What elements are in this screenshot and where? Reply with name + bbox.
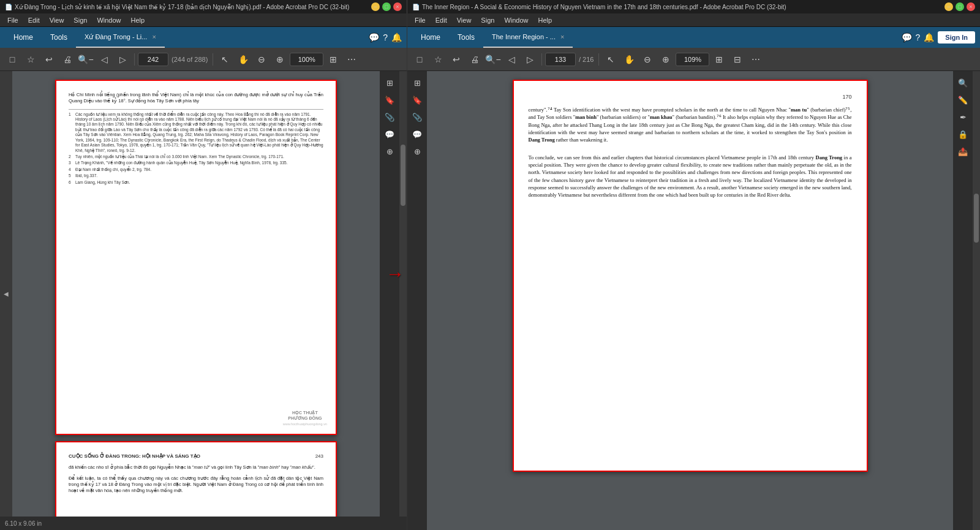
watermark: HỌC THUẬTPHƯƠNG ĐÔNG www.hocthuatphuongd… [283,410,327,426]
right-toolbar-sep-1 [541,53,542,66]
left-pdf-pane: 📄 Xứ Đàng Trong - Lịch sử kinh tế xã hội… [0,0,407,530]
right-tab-doc[interactable]: The Inner Region - ... × [483,27,573,48]
left-toolbar: □ ☆ ↩ 🖨 🔍− ◁ ▷ (244 of 288) ↖ ✋ ⊖ ⊕ ⊞ ⋯ [0,48,407,71]
left-bookmark-btn[interactable]: ☆ [22,51,39,68]
right-left-sidebar: ⊞ 🔖 📎 💬 ⊕ [407,71,427,530]
right-more-btn[interactable]: ⋯ [747,51,764,68]
left-sidebar-attach-btn[interactable]: 📎 [382,109,398,125]
right-menu-view[interactable]: View [452,15,477,25]
left-titlebar: 📄 Xứ Đàng Trong - Lịch sử kinh tế xã hội… [0,0,407,13]
right-sidebar-layers-btn[interactable]: ⊕ [409,143,425,159]
right-bookmark-btn[interactable]: ☆ [429,51,447,68]
right-sign-btn[interactable]: ✒ [955,109,971,125]
left-comment-icon[interactable]: 💬 [369,32,379,42]
right-zoom-minus-btn[interactable]: ⊖ [639,51,656,68]
left-page-display: (244 of 288) [172,56,208,63]
left-next-page-btn[interactable]: ▷ [114,51,131,68]
left-menu-help[interactable]: Help [126,15,150,25]
right-sidebar-comment-btn[interactable]: 💬 [409,126,425,142]
left-cursor-btn[interactable]: ↖ [216,51,233,68]
right-sidebar-pages-btn[interactable]: ⊞ [409,75,425,91]
left-page-input[interactable] [138,53,168,66]
right-nav-tools[interactable]: Tools [449,27,483,48]
right-cursor-btn[interactable]: ↖ [602,51,619,68]
left-page2-body: đã khiến các nho sĩ ở phía bắc thời đó g… [69,464,323,471]
right-back-btn[interactable]: ↩ [448,51,465,68]
right-sidebar-attach-btn[interactable]: 📎 [409,109,425,125]
left-hand-btn[interactable]: ✋ [235,51,252,68]
left-menu-view[interactable]: View [45,15,69,25]
left-menu-window[interactable]: Window [92,15,126,25]
right-scrollbar[interactable] [973,71,980,530]
right-minimize-btn[interactable]: − [944,2,953,11]
right-scrollbar-thumb[interactable] [974,194,979,243]
left-close-btn[interactable]: × [393,2,402,11]
left-zoom-out-btn[interactable]: 🔍− [77,51,94,68]
left-menu-file[interactable]: File [2,15,23,25]
left-sidebar-pages-btn[interactable]: ⊞ [382,75,398,91]
left-pdf-scroll[interactable]: Hồ Chí Minh nổi tiếng (phần trong lãnh t… [12,71,380,517]
right-hand-btn[interactable]: ✋ [620,51,638,68]
right-maximize-btn[interactable]: □ [956,2,964,11]
left-help-icon[interactable]: ? [383,32,388,42]
left-print-btn[interactable]: 🖨 [59,51,76,68]
left-more-btn[interactable]: ⋯ [343,51,360,68]
right-search-btn[interactable]: 🔍 [955,75,971,91]
right-prev-page-btn[interactable]: ◁ [503,51,520,68]
right-print-btn[interactable]: 🖨 [466,51,483,68]
left-nav-tools[interactable]: Tools [42,27,76,48]
signin-btn[interactable]: Sign In [938,31,975,44]
left-tab-doc[interactable]: Xứ Đàng Trong - Li... × [76,27,165,48]
left-page2-num: 243 [315,453,323,460]
right-fit-btn[interactable]: ⊞ [710,51,728,68]
right-zoom-plus-btn[interactable]: ⊕ [657,51,674,68]
left-create-btn[interactable]: □ [4,51,21,68]
left-zoom-minus-btn[interactable]: ⊖ [253,51,270,68]
left-zoom-input[interactable] [290,53,323,66]
right-tool-panel: 🔍 ✏️ ✒ 🔒 📤 [953,71,973,530]
left-page-dimensions: 6.10 x 9.06 in [5,520,42,527]
and-text: and [778,154,786,161]
left-menu-sign[interactable]: Sign [69,15,92,25]
left-minimize-btn[interactable]: − [371,2,380,11]
right-menu-sign[interactable]: Sign [476,15,499,25]
left-nav-home[interactable]: Home [5,27,42,48]
left-scrollbar-thumb[interactable] [401,145,405,206]
right-create-btn[interactable]: □ [411,51,428,68]
left-scrollbar[interactable] [399,71,407,517]
right-view-btn[interactable]: ⊟ [729,51,746,68]
left-sidebar-comment-btn[interactable]: 💬 [382,126,398,142]
right-protect-btn[interactable]: 🔒 [955,126,971,142]
right-menu-help[interactable]: Help [533,15,557,25]
right-sidebar-bookmark-btn[interactable]: 🔖 [409,92,425,108]
right-page-input[interactable] [545,53,576,66]
right-help-icon[interactable]: ? [916,32,921,42]
right-menu-window[interactable]: Window [499,15,533,25]
left-prev-page-btn[interactable]: ◁ [96,51,113,68]
right-nav-home[interactable]: Home [412,27,449,48]
right-comment-icon[interactable]: 💬 [902,32,912,42]
left-fit-btn[interactable]: ⊞ [325,51,342,68]
left-menu-edit[interactable]: Edit [23,15,45,25]
right-menu-file[interactable]: File [410,15,431,25]
left-zoom-plus-btn[interactable]: ⊕ [271,51,288,68]
right-tab-close[interactable]: × [560,33,564,40]
right-zoom-input[interactable] [676,53,709,66]
left-sidebar-layers-btn[interactable]: ⊕ [382,143,398,159]
left-tab-close[interactable]: × [152,33,156,40]
right-close-btn[interactable]: × [967,2,975,11]
right-pdf-scroll[interactable]: 170 century".⁷⁴ Tay Son identification w… [427,71,953,530]
left-content-area: ◀ Hồ Chí Minh nổi tiếng (phần trong lãnh… [0,71,407,517]
right-send-btn[interactable]: 📤 [955,143,971,159]
right-menu-edit[interactable]: Edit [431,15,452,25]
left-back-btn[interactable]: ↩ [40,51,58,68]
left-maximize-btn[interactable]: □ [382,2,391,11]
left-sidebar-toggle[interactable]: ◀ [3,290,10,297]
right-next-page-btn[interactable]: ▷ [521,51,538,68]
right-notification-icon[interactable]: 🔔 [924,32,934,42]
right-edit-btn[interactable]: ✏️ [955,92,971,108]
right-para2: To conclude, we can see from this and ea… [529,154,852,199]
left-notification-icon[interactable]: 🔔 [391,32,402,42]
right-zoom-out-btn[interactable]: 🔍− [484,51,502,68]
left-sidebar-bookmark-btn[interactable]: 🔖 [382,92,398,108]
